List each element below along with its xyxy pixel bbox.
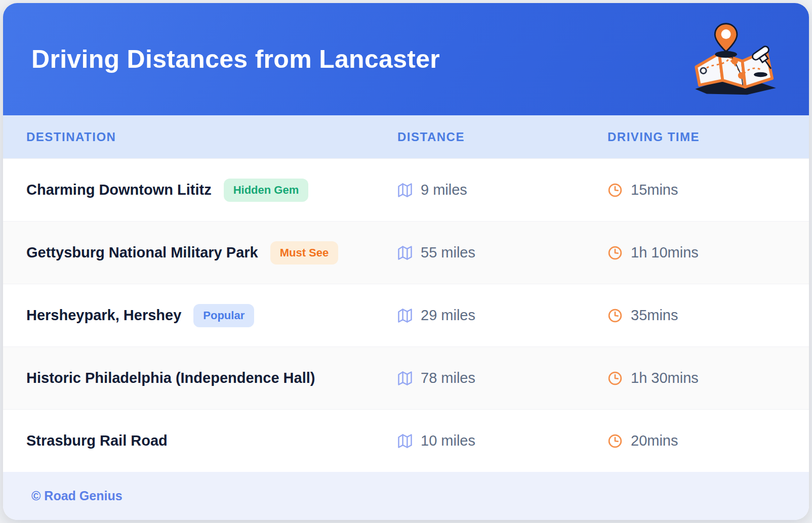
driving-time-cell: 20mins	[584, 432, 809, 449]
time-value: 1h 10mins	[631, 244, 699, 261]
distance-value: 10 miles	[421, 432, 475, 449]
destination-cell: Charming Downtown Lititz Hidden Gem	[3, 179, 374, 202]
table-row: Charming Downtown Lititz Hidden Gem 9 mi…	[3, 158, 809, 221]
map-icon	[397, 245, 413, 260]
driving-time-cell: 35mins	[584, 307, 809, 324]
distance-cell: 55 miles	[374, 244, 584, 261]
distance-cell: 10 miles	[374, 432, 584, 449]
distance-value: 9 miles	[421, 182, 467, 198]
driving-time-cell: 1h 10mins	[584, 244, 809, 261]
status-badge: Popular	[193, 304, 254, 327]
destination-cell: Historic Philadelphia (Independence Hall…	[3, 370, 374, 386]
clock-icon	[607, 433, 623, 449]
status-badge: Hidden Gem	[224, 179, 309, 202]
column-header-destination: DESTINATION	[3, 130, 374, 144]
driving-time-cell: 15mins	[584, 182, 809, 198]
distance-value: 29 miles	[421, 307, 475, 324]
destination-label: Hersheypark, Hershey	[26, 307, 181, 324]
distance-cell: 29 miles	[374, 307, 584, 324]
distance-cell: 78 miles	[374, 370, 584, 386]
table-row: Strasburg Rail Road 10 miles 20mins	[3, 409, 809, 472]
destination-cell: Strasburg Rail Road	[3, 432, 374, 449]
table-row: Historic Philadelphia (Independence Hall…	[3, 346, 809, 409]
clock-icon	[607, 245, 623, 260]
map-icon	[397, 183, 413, 198]
destination-label: Charming Downtown Lititz	[26, 182, 212, 198]
folded-map-illustration-icon	[688, 19, 785, 100]
distance-cell: 9 miles	[374, 182, 584, 198]
time-value: 15mins	[631, 182, 678, 198]
page-title: Driving Distances from Lancaster	[31, 45, 440, 74]
driving-time-cell: 1h 30mins	[584, 370, 809, 386]
table-body: Charming Downtown Lititz Hidden Gem 9 mi…	[3, 158, 809, 472]
status-badge: Must See	[270, 241, 339, 265]
footer-credit: © Road Genius	[31, 489, 123, 503]
destination-label: Gettysburg National Military Park	[26, 244, 258, 261]
table-row: Hersheypark, Hershey Popular 29 miles 35…	[3, 284, 809, 346]
clock-icon	[607, 183, 623, 198]
clock-icon	[607, 308, 623, 323]
time-value: 20mins	[631, 432, 678, 449]
driving-distances-card: Driving Distances from Lancaster	[3, 3, 809, 520]
map-icon	[397, 371, 413, 386]
destination-label: Historic Philadelphia (Independence Hall…	[26, 370, 315, 386]
card-header: Driving Distances from Lancaster	[3, 3, 809, 115]
column-header-distance: DISTANCE	[374, 130, 584, 144]
time-value: 35mins	[631, 307, 678, 324]
distance-value: 78 miles	[421, 370, 475, 386]
destination-label: Strasburg Rail Road	[26, 432, 168, 449]
clock-icon	[607, 371, 623, 386]
column-header-driving-time: DRIVING TIME	[584, 130, 809, 144]
time-value: 1h 30mins	[631, 370, 699, 386]
table-header-row: DESTINATION DISTANCE DRIVING TIME	[3, 115, 809, 158]
card-footer: © Road Genius	[3, 472, 809, 520]
distance-value: 55 miles	[421, 244, 475, 261]
table-row: Gettysburg National Military Park Must S…	[3, 221, 809, 284]
destination-cell: Gettysburg National Military Park Must S…	[3, 241, 374, 265]
map-icon	[397, 433, 413, 449]
map-icon	[397, 308, 413, 323]
destination-cell: Hersheypark, Hershey Popular	[3, 304, 374, 327]
